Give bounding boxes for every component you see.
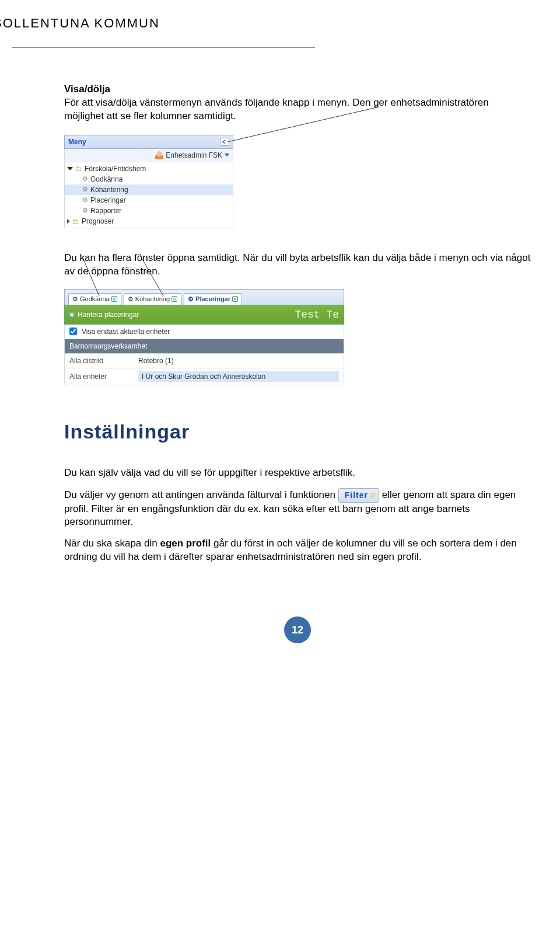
heading-installningar: Inställningar — [64, 420, 531, 443]
tree-item-folder[interactable]: 🗀 Prognoser — [65, 216, 233, 227]
menu-header: Meny — [64, 135, 233, 149]
tab-godkanna[interactable]: ⚙ Godkänna × — [68, 293, 121, 305]
user-icon — [155, 151, 163, 159]
bullet-icon — [69, 312, 74, 317]
page-number: 12 — [284, 616, 311, 643]
menu-tree: 🗀 Förskola/Fritidshem ⚙ Godkänna ⚙ Köhan… — [64, 162, 233, 228]
section1-title: Visa/dölja — [64, 83, 110, 95]
section-title-bar: Hantera placeringar Test Te — [64, 305, 344, 325]
gear-icon: ⚙ — [82, 196, 88, 204]
tab-placeringar[interactable]: ⚙ Placeringar × — [184, 293, 242, 305]
tree-item[interactable]: ⚙ Placeringar — [65, 195, 233, 205]
chevron-down-icon — [225, 154, 229, 156]
tabs-screenshot: ⚙ Godkänna × ⚙ Köhantering × ⚙ Placering… — [64, 289, 344, 385]
close-tab-icon[interactable]: × — [232, 296, 238, 302]
close-tab-icon[interactable]: × — [172, 296, 177, 302]
filter-button[interactable]: Filter — [338, 488, 379, 503]
tab-kohantering[interactable]: ⚙ Köhantering × — [124, 293, 181, 305]
gear-icon: ⚙ — [188, 295, 194, 303]
gear-icon: ⚙ — [128, 295, 134, 303]
category-header-row: Barnomsorgsverksamhet — [64, 339, 344, 354]
section2-paragraph: Du kan ha flera fönster öppna samtidigt.… — [64, 252, 531, 278]
section3-p2: Du väljer vy genom att antingen använda … — [64, 488, 531, 530]
expand-collapse-icon — [67, 167, 73, 170]
section1-paragraph: Visa/dölja För att visa/dölja vänstermen… — [64, 83, 531, 123]
filter-checkbox-row: Visa endast aktuella enheter — [64, 325, 344, 339]
gear-icon: ⚙ — [82, 207, 88, 214]
district-row[interactable]: Alla distrikt Rotebro (1) — [64, 354, 344, 368]
menu-screenshot: Meny Enhetsadmin FSK 🗀 Förskola/Fritidsh… — [64, 135, 233, 228]
unit-row[interactable]: Alla enheter I Ur och Skur Grodan och An… — [64, 368, 344, 385]
folder-icon: 🗀 — [72, 217, 79, 225]
tree-item-folder[interactable]: 🗀 Förskola/Fritidshem — [65, 163, 233, 174]
gear-icon: ⚙ — [82, 186, 88, 193]
folder-icon: 🗀 — [75, 165, 82, 173]
header-org-name: SOLLENTUNA KOMMUN — [0, 16, 160, 31]
environment-label: Test Te — [295, 309, 339, 321]
show-current-units-checkbox[interactable] — [69, 328, 77, 335]
tree-item-selected[interactable]: ⚙ Köhantering — [65, 184, 233, 195]
tree-item[interactable]: ⚙ Godkänna — [65, 174, 233, 184]
role-label: Enhetsadmin FSK — [166, 151, 222, 159]
tree-item[interactable]: ⚙ Rapporter — [65, 205, 233, 216]
tab-bar: ⚙ Godkänna × ⚙ Köhantering × ⚙ Placering… — [64, 289, 344, 305]
menu-title: Meny — [68, 138, 86, 146]
chevron-left-icon — [222, 140, 228, 144]
close-tab-icon[interactable]: × — [111, 296, 117, 302]
gear-icon: ⚙ — [82, 175, 88, 183]
gear-icon: ⚙ — [72, 295, 78, 303]
role-selector[interactable]: Enhetsadmin FSK — [64, 149, 233, 162]
expand-collapse-icon — [67, 219, 70, 224]
header: SOLLENTUNA KOMMUN — [12, 0, 315, 48]
section3-p3: När du ska skapa din egen profil går du … — [64, 537, 531, 564]
section3-p1: Du kan själv välja vad du vill se för up… — [64, 466, 531, 480]
collapse-menu-button[interactable] — [220, 138, 229, 146]
